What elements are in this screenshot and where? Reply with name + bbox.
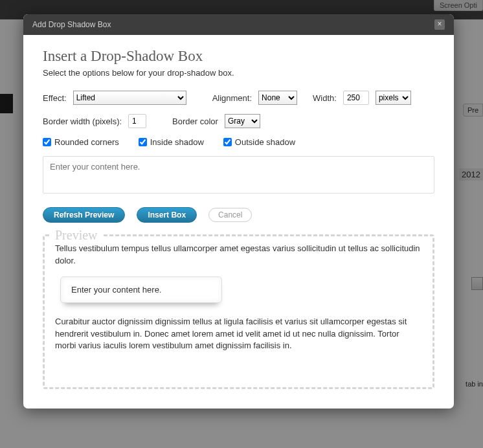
button-row: Refresh Preview Insert Box Cancel bbox=[43, 207, 434, 223]
dialog-title-bar: Add Drop Shadow Box × bbox=[23, 14, 454, 35]
preview-label: Preview bbox=[51, 228, 102, 243]
input-width[interactable] bbox=[343, 91, 369, 105]
preview-container: Preview Tellus vestibulum tempus tellus … bbox=[43, 234, 434, 389]
label-border-width: Border width (pixels): bbox=[43, 117, 122, 126]
preview-paragraph-2: Curabitur auctor dignissim dignissim tel… bbox=[55, 316, 422, 353]
checkbox-inside-label[interactable]: Inside shadow bbox=[139, 137, 204, 147]
select-units[interactable]: pixels bbox=[376, 91, 411, 105]
dialog-add-drop-shadow: Add Drop Shadow Box × Insert a Drop-Shad… bbox=[23, 14, 454, 409]
page-subtext: Select the options below for your drop-s… bbox=[43, 68, 434, 78]
select-border-color[interactable]: Gray bbox=[225, 114, 260, 128]
dialog-body: Insert a Drop-Shadow Box Select the opti… bbox=[23, 35, 454, 409]
label-alignment: Alignment: bbox=[212, 93, 252, 103]
checkbox-group: Rounded corners Inside shadow Outside sh… bbox=[43, 137, 434, 147]
form-row-1: Effect: Lifted Alignment: None Width: pi… bbox=[43, 91, 434, 105]
cancel-button[interactable]: Cancel bbox=[208, 208, 252, 222]
close-icon[interactable]: × bbox=[434, 19, 445, 30]
textarea-content[interactable] bbox=[43, 156, 434, 194]
text-rounded: Rounded corners bbox=[54, 137, 119, 147]
checkbox-outside-label[interactable]: Outside shadow bbox=[223, 137, 295, 147]
select-effect[interactable]: Lifted bbox=[73, 91, 186, 105]
checkbox-outside[interactable] bbox=[223, 138, 232, 146]
checkbox-rounded-label[interactable]: Rounded corners bbox=[43, 137, 119, 147]
checkbox-inside[interactable] bbox=[139, 138, 147, 146]
select-alignment[interactable]: None bbox=[258, 91, 297, 105]
insert-box-button[interactable]: Insert Box bbox=[137, 207, 197, 223]
checkbox-rounded[interactable] bbox=[43, 138, 51, 146]
dialog-title: Add Drop Shadow Box bbox=[32, 20, 111, 29]
preview-paragraph-1: Tellus vestibulum tempus tellus ullamcor… bbox=[55, 243, 422, 267]
input-border-width[interactable] bbox=[128, 114, 146, 128]
label-width: Width: bbox=[313, 93, 337, 103]
refresh-preview-button[interactable]: Refresh Preview bbox=[43, 207, 125, 223]
label-effect: Effect: bbox=[43, 93, 67, 103]
text-outside: Outside shadow bbox=[235, 137, 295, 147]
label-border-color: Border color bbox=[172, 117, 218, 126]
page-heading: Insert a Drop-Shadow Box bbox=[43, 48, 434, 65]
text-inside: Inside shadow bbox=[150, 137, 204, 147]
drop-shadow-box-preview: Enter your content here. bbox=[60, 276, 222, 303]
form-row-2: Border width (pixels): Border color Gray bbox=[43, 114, 434, 128]
